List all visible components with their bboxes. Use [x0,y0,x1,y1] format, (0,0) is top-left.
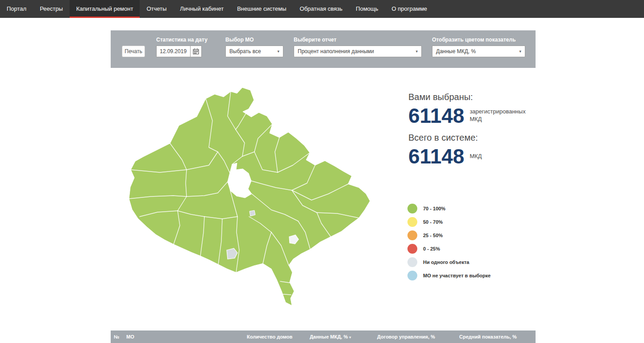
total-stat-unit: МКД [469,153,538,160]
total-stat-value: 61148 [408,146,464,167]
indicator-filter-label: Отобразить цветом показатель [432,37,516,43]
legend-swatch-green [407,204,417,213]
col-mkd-data-label: Данные МКД, % [310,334,348,339]
col-house-count[interactable]: Количество домов [247,330,292,343]
nav-item-help[interactable]: Помощь [349,0,385,18]
filter-toolbar: Печать Статистика на дату Выбор МО [111,30,536,68]
mo-select-value: Выбрать все [229,48,261,54]
mo-filter-label: Выбор МО [225,37,254,43]
col-management-contract[interactable]: Договор управления, % [377,330,435,343]
legend-item: 70 - 100% [407,204,490,213]
nav-item-feedback[interactable]: Обратная связь [293,0,349,18]
legend-label: 0 - 25% [423,246,440,251]
print-button[interactable]: Печать [122,46,145,57]
total-stat-label: Всего в системе: [408,133,538,143]
col-number: № [114,330,119,343]
legend-item: 0 - 25% [407,244,490,254]
selected-stat-unit: зарегистрированных МКД [469,108,538,123]
nav-item-external-systems[interactable]: Внешние системы [230,0,293,18]
nav-item-registries[interactable]: Реестры [33,0,70,18]
date-picker [156,46,202,57]
legend-swatch-gray [407,257,417,267]
legend-label: МО не участвует в выборке [423,273,490,278]
nav-item-personal-cabinet[interactable]: Личный кабинет [173,0,230,18]
selected-stat-label: Вами выбраны: [408,92,538,102]
legend-label: 50 - 70% [423,219,443,225]
calendar-button[interactable] [190,46,202,57]
indicator-select[interactable]: Данные МКД, % ▾ [432,46,525,57]
calendar-icon [193,48,199,54]
sort-caret-icon: ▾ [349,335,351,339]
report-select[interactable]: Процент наполнения данными ▾ [294,46,422,57]
report-filter-label: Выберите отчет [294,37,337,43]
nav-item-capital-repair[interactable]: Капитальный ремонт [70,0,140,18]
moscow-oblast-map[interactable] [115,85,374,313]
legend-swatch-orange [407,230,417,240]
results-table-header: № МО Количество домов Данные МКД, %▾ Дог… [111,330,536,343]
legend-item: 25 - 50% [407,230,490,240]
capital-repair-report-page: Портал Реестры Капитальный ремонт Отчеты… [0,0,644,343]
chevron-down-icon: ▾ [519,49,521,54]
date-filter-label: Статистика на дату [156,37,208,43]
chevron-down-icon: ▾ [415,49,418,54]
legend-swatch-red [407,244,417,254]
indicator-select-value: Данные МКД, % [436,48,476,54]
map-legend: 70 - 100% 50 - 70% 25 - 50% 0 - 25% Ни о… [407,204,490,284]
legend-item: МО не участвует в выборке [407,271,490,280]
chevron-down-icon: ▾ [277,49,279,54]
top-nav: Портал Реестры Капитальный ремонт Отчеты… [0,0,644,18]
nav-item-reports[interactable]: Отчеты [140,0,173,18]
col-average-indicator[interactable]: Средний показатель, % [459,330,517,343]
mo-select[interactable]: Выбрать все ▾ [225,46,283,57]
legend-item: 50 - 70% [407,217,490,227]
legend-item: Ни одного объекта [407,257,490,267]
selected-stat-value: 61148 [408,105,464,126]
statistics-panel: Вами выбраны: 61148 зарегистрированных М… [408,92,538,174]
col-mo: МО [126,330,134,343]
nav-item-portal[interactable]: Портал [0,0,33,18]
date-input[interactable] [156,46,190,57]
col-mkd-data[interactable]: Данные МКД, %▾ [310,330,351,343]
legend-label: 25 - 50% [423,233,443,238]
legend-swatch-blue [407,271,417,280]
nav-item-about[interactable]: О программе [385,0,434,18]
district-no-objects[interactable] [249,210,255,216]
report-select-value: Процент наполнения данными [298,48,374,54]
legend-label: Ни одного объекта [423,259,469,265]
legend-swatch-yellow [407,217,417,227]
legend-label: 70 - 100% [423,206,445,211]
